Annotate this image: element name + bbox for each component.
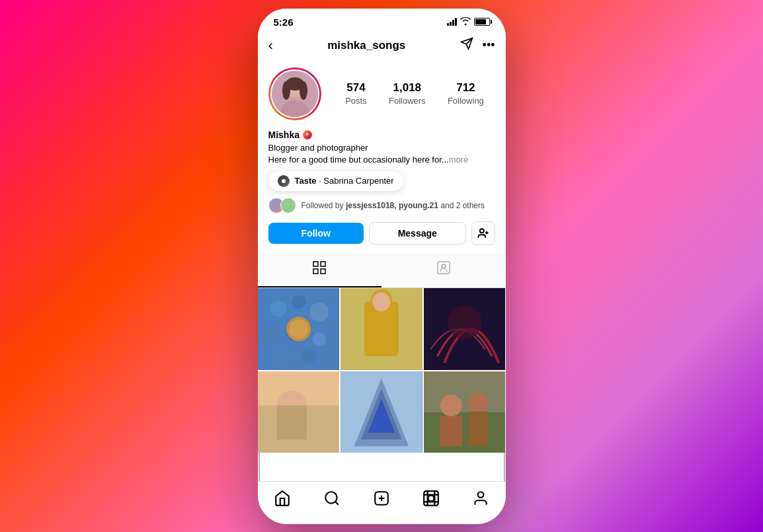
svg-point-62 — [478, 492, 484, 498]
status-time: 5:26 — [274, 17, 294, 28]
photo-cell-1[interactable] — [258, 288, 340, 370]
bio-line1: Blogger and photographer — [268, 143, 368, 153]
status-icons — [447, 17, 490, 27]
action-buttons: Follow Message — [268, 221, 495, 245]
svg-rect-50 — [469, 411, 488, 445]
avatar[interactable] — [268, 67, 321, 120]
add-icon — [373, 490, 390, 511]
follower-names: jessjess1018, pyoung.21 — [346, 201, 438, 210]
verified-badge-icon: ✦ — [303, 130, 312, 139]
stats-row: 574 Posts 1,018 Followers 712 Following — [335, 81, 495, 106]
svg-point-26 — [301, 349, 316, 364]
tab-tagged[interactable] — [382, 253, 506, 287]
svg-point-22 — [264, 328, 279, 344]
status-bar: 5:26 — [258, 9, 506, 32]
followed-by: Followed by jessjess1018, pyoung.21 and … — [268, 198, 495, 213]
photo-cell-4[interactable] — [258, 371, 340, 453]
profile-top: 574 Posts 1,018 Followers 712 Following — [268, 67, 495, 120]
music-tooltip[interactable]: Taste · Sabrina Carpenter — [268, 171, 403, 191]
home-icon — [274, 490, 291, 511]
nav-search[interactable] — [307, 487, 357, 513]
username-title: mishka_songs — [327, 39, 405, 52]
svg-point-28 — [289, 319, 308, 338]
nav-profile[interactable] — [456, 487, 506, 513]
bio-line2: Here for a good time but occasionally he… — [268, 155, 449, 165]
svg-rect-14 — [313, 269, 318, 274]
direct-icon[interactable] — [460, 37, 473, 54]
bio-more[interactable]: more — [449, 155, 469, 165]
svg-point-57 — [428, 495, 434, 501]
photo-cell-3[interactable] — [424, 288, 506, 370]
nav-home[interactable] — [258, 487, 307, 513]
reels-icon — [422, 490, 440, 511]
posts-stat[interactable]: 574 Posts — [345, 81, 367, 106]
followed-by-text: Followed by jessjess1018, pyoung.21 and … — [301, 201, 485, 210]
photo-grid — [258, 288, 506, 453]
svg-point-51 — [325, 492, 337, 503]
music-song-title: Taste — [295, 176, 317, 186]
svg-point-8 — [300, 81, 307, 100]
grid-icon — [311, 260, 327, 280]
photo-cell-6[interactable] — [424, 371, 506, 453]
message-button[interactable]: Message — [369, 222, 466, 245]
music-label: Taste · Sabrina Carpenter — [295, 176, 394, 186]
photo-cell-5[interactable] — [341, 371, 422, 453]
more-options-icon[interactable]: ••• — [483, 38, 495, 52]
profile-name-row: Mishka ✦ — [268, 130, 495, 140]
svg-point-24 — [312, 332, 326, 346]
back-button[interactable]: ‹ — [268, 37, 273, 54]
profile-section: 574 Posts 1,018 Followers 712 Following — [258, 59, 506, 253]
photo-cell-2[interactable] — [341, 288, 422, 370]
nav-add[interactable] — [357, 487, 407, 513]
wifi-icon — [460, 17, 471, 27]
svg-point-19 — [270, 300, 286, 317]
svg-point-25 — [273, 348, 290, 365]
svg-rect-16 — [438, 262, 450, 274]
following-count: 712 — [448, 81, 484, 95]
posts-count: 574 — [345, 81, 367, 95]
posts-label: Posts — [345, 96, 367, 106]
search-icon — [323, 490, 341, 511]
svg-point-35 — [448, 305, 482, 340]
following-label: Following — [448, 96, 484, 106]
music-disc-icon — [278, 175, 290, 187]
followers-label: Followers — [389, 96, 426, 106]
svg-rect-15 — [321, 269, 325, 274]
app-header: ‹ mishka_songs ••• — [258, 32, 506, 59]
svg-point-33 — [373, 292, 391, 311]
tagged-icon — [436, 260, 452, 280]
svg-point-17 — [442, 264, 446, 268]
music-artist: Sabrina Carpenter — [323, 176, 393, 186]
profile-nav-icon — [472, 490, 489, 511]
svg-point-49 — [469, 392, 488, 411]
follower-avatar-2 — [280, 198, 296, 213]
profile-display-name: Mishka — [268, 130, 300, 140]
add-friend-button[interactable] — [471, 221, 495, 245]
profile-bio: Blogger and photographer Here for a good… — [268, 142, 495, 166]
followers-count: 1,018 — [389, 81, 426, 95]
nav-reels[interactable] — [407, 487, 456, 513]
follow-button[interactable]: Follow — [268, 223, 364, 244]
tab-grid[interactable] — [258, 253, 382, 287]
following-stat[interactable]: 712 Following — [448, 81, 484, 106]
svg-point-20 — [292, 295, 305, 309]
svg-line-52 — [335, 502, 339, 505]
svg-point-21 — [309, 303, 329, 322]
signal-bars-icon — [447, 18, 457, 26]
tab-bar — [258, 253, 506, 288]
bottom-nav — [258, 481, 506, 524]
svg-rect-56 — [424, 491, 438, 506]
header-actions: ••• — [460, 37, 495, 54]
svg-rect-39 — [276, 405, 306, 439]
battery-icon — [474, 18, 490, 26]
svg-point-47 — [440, 395, 462, 416]
followers-stat[interactable]: 1,018 Followers — [389, 81, 426, 106]
svg-rect-12 — [313, 262, 318, 266]
followed-avatars — [268, 198, 296, 213]
svg-point-9 — [479, 229, 483, 233]
svg-rect-48 — [440, 416, 462, 446]
svg-point-7 — [282, 81, 290, 100]
follower-others: and 2 others — [440, 201, 485, 210]
svg-rect-13 — [321, 262, 325, 266]
svg-rect-46 — [424, 412, 506, 453]
